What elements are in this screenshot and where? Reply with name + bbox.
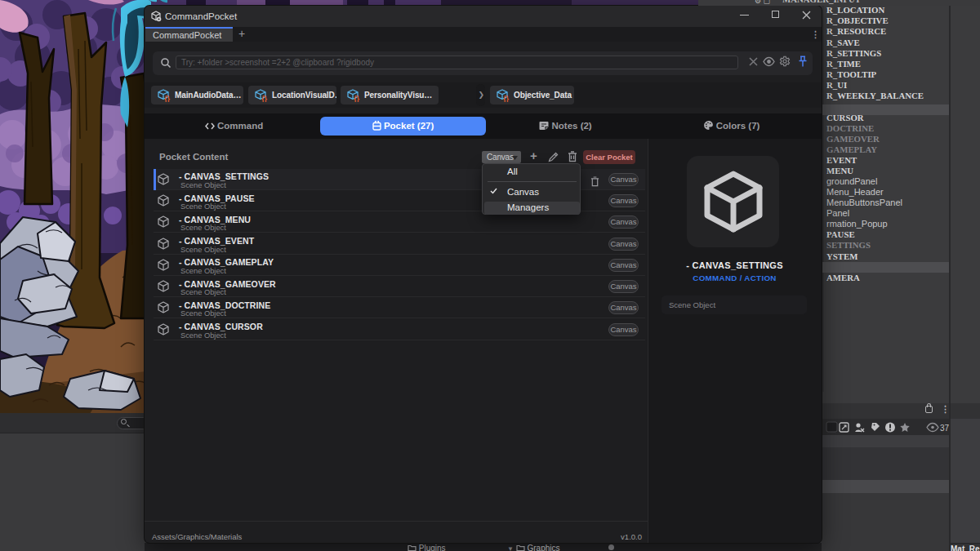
svg-text:37: 37 — [940, 424, 949, 433]
